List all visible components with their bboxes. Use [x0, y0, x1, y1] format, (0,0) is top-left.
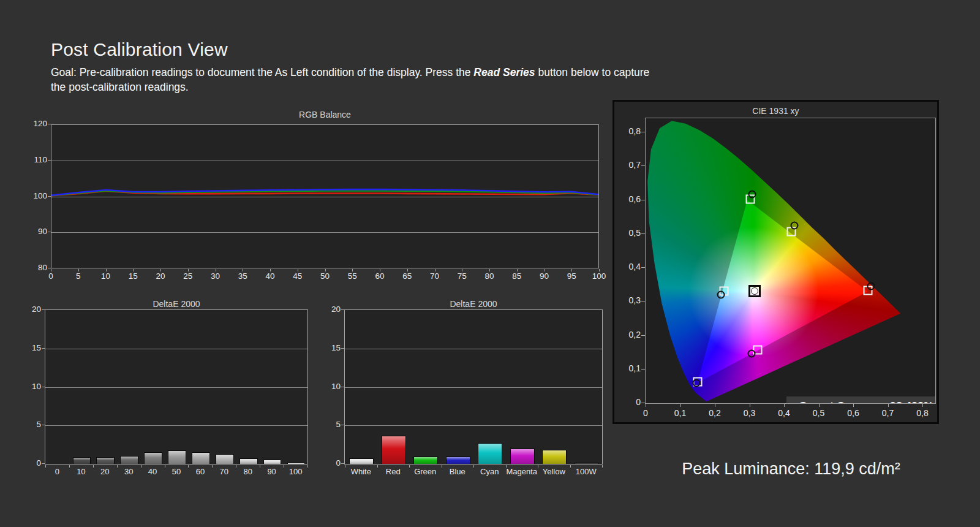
rgb-x-tick-mark: [51, 269, 51, 271]
deltae-bar-80: [239, 458, 258, 464]
rgb-x-tick-mark: [106, 269, 107, 271]
deltae-bar-50: [168, 450, 186, 464]
measured-circle-white: [751, 287, 758, 295]
rgb-x-tick-label: 75: [449, 271, 475, 281]
goal-text: Goal: Pre-calibration readings to docume…: [51, 65, 666, 94]
rgb-x-tick-mark: [133, 269, 134, 271]
deltae-bar-100w: [575, 463, 599, 464]
cie-x-tick-label: 0,4: [771, 408, 797, 418]
deltae-x-tick-label: Blue: [439, 467, 476, 476]
cie-y-tick-label: 0,5: [616, 228, 641, 238]
rgb-x-tick-label: 25: [175, 271, 201, 281]
rgb-x-tick-mark: [545, 269, 545, 271]
deltae-bar-red: [382, 436, 406, 464]
deltae-x-tick-mark: [570, 465, 571, 468]
cie-y-tick-mark: [641, 301, 645, 301]
deltae-y-tick-mark: [341, 387, 344, 387]
deltae-y-tick-label: 15: [315, 343, 341, 352]
rgb-x-tick-label: 85: [504, 271, 530, 281]
deltae-bar-magenta: [510, 449, 535, 464]
rgb-x-tick-mark: [243, 269, 243, 271]
rgb-x-tick-mark: [160, 269, 161, 271]
peak-luminance-readout: Peak Luminance: 119,9 cd/m²: [628, 460, 954, 479]
goal-prefix: Goal: Pre-calibration readings to docume…: [51, 66, 473, 78]
rgb-x-tick-label: 50: [312, 271, 338, 281]
deltae-x-tick-mark: [260, 465, 260, 468]
deltae-x-tick-label: White: [342, 467, 379, 476]
deltae-y-tick-label: 5: [15, 420, 41, 429]
deltae-bar-20: [96, 457, 115, 464]
deltae-x-tick-label: 100W: [568, 467, 605, 476]
cie-y-tick-mark: [641, 200, 645, 200]
rgb-balance-plot: [51, 124, 599, 268]
deltae-y-tick-mark: [341, 425, 344, 425]
cie-x-tick-mark: [922, 404, 923, 407]
rgb-x-tick-label: 5: [66, 271, 91, 281]
deltae-x-tick-mark: [93, 465, 94, 468]
deltae-x-tick-mark: [307, 465, 308, 468]
deltae-x-tick-mark: [117, 465, 118, 468]
deltae-x-tick-mark: [165, 465, 165, 468]
rgb-x-tick-label: 40: [257, 271, 283, 281]
cie-x-tick-mark: [784, 404, 785, 407]
rgb-y-tick-mark: [48, 268, 51, 268]
cie-y-tick-label: 0,6: [616, 194, 641, 204]
rgb-x-tick-label: 0: [38, 271, 64, 281]
cie-x-tick-label: 0,8: [910, 408, 935, 418]
deltae-x-tick-mark: [236, 465, 236, 468]
deltae-y-tick-label: 10: [315, 382, 341, 391]
deltae-gridline: [345, 425, 602, 426]
rgb-x-tick-mark: [380, 269, 380, 271]
calibration-page: Post Calibration View Goal: Pre-calibrat…: [0, 0, 980, 527]
deltae-gridline: [45, 425, 307, 426]
deltae-grayscale-title: DeltaE 2000: [45, 299, 308, 309]
deltae-y-tick-label: 5: [315, 420, 341, 429]
deltae-bar-90: [263, 460, 282, 464]
rgb-x-tick-label: 10: [93, 271, 119, 281]
rgb-gridline: [51, 161, 598, 161]
rgb-y-tick-label: 110: [21, 155, 47, 164]
cie-y-tick-mark: [641, 132, 645, 132]
deltae-y-tick-mark: [42, 309, 45, 310]
deltae-grayscale-plot: [45, 309, 308, 464]
rgb-x-tick-mark: [216, 269, 216, 271]
deltae-x-tick-label: Magenta: [503, 467, 540, 476]
deltae-y-tick-mark: [42, 463, 45, 464]
cie-x-tick-label: 0,5: [806, 408, 832, 418]
cie-x-tick-label: 0,2: [702, 408, 728, 418]
rgb-x-tick-mark: [489, 269, 490, 271]
deltae-x-tick-mark: [409, 465, 410, 468]
deltae-bar-40: [144, 452, 162, 464]
deltae-x-tick-mark: [538, 465, 538, 468]
rgb-x-tick-mark: [435, 269, 435, 271]
rgb-x-tick-label: 55: [339, 271, 365, 281]
cie-y-tick-mark: [641, 233, 645, 234]
rgb-x-tick-mark: [78, 269, 79, 271]
cie-x-tick-mark: [646, 404, 646, 407]
deltae-x-tick-label: Red: [375, 467, 412, 476]
rgb-x-tick-label: 80: [477, 271, 502, 281]
deltae-y-tick-label: 20: [15, 305, 41, 314]
rgb-x-tick-mark: [407, 269, 408, 271]
cie-x-tick-mark: [853, 404, 854, 407]
deltae-y-tick-mark: [42, 425, 45, 425]
measured-circle-green: [748, 190, 756, 198]
rgb-y-tick-mark: [48, 232, 51, 232]
deltae-gridline: [45, 387, 307, 388]
rgb-y-tick-mark: [48, 160, 51, 161]
deltae-y-tick-mark: [341, 309, 344, 310]
deltae-y-tick-label: 0: [315, 458, 341, 468]
rgb-x-tick-label: 45: [285, 271, 311, 281]
rgb-balance-title: RGB Balance: [51, 110, 599, 119]
deltae-gridline: [345, 387, 602, 388]
rgb-x-tick-label: 20: [148, 271, 173, 281]
rgb-x-tick-mark: [298, 269, 298, 271]
deltae-bar-yellow: [542, 450, 567, 464]
cie-x-tick-mark: [750, 404, 750, 407]
deltae-x-tick-mark: [506, 465, 507, 468]
rgb-x-tick-mark: [270, 269, 271, 271]
deltae-bar-30: [120, 456, 138, 464]
deltae-bar-green: [413, 457, 438, 464]
measured-circle-cyan: [717, 291, 725, 299]
cie-x-tick-mark: [819, 404, 820, 407]
